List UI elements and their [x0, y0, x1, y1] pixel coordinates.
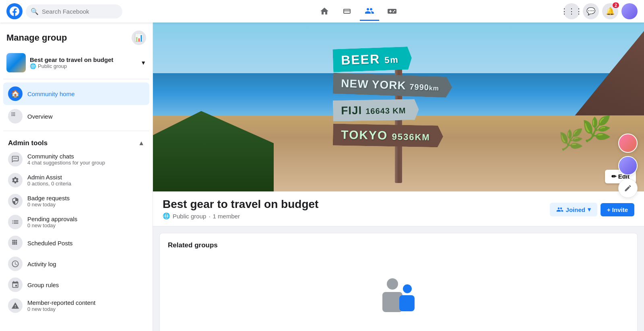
activity-log-label: Activity log: [27, 261, 56, 267]
group-rules-icon: [8, 278, 23, 292]
admin-tools-toggle[interactable]: ▲: [138, 140, 144, 147]
badge-requests-icon: [8, 194, 23, 208]
group-rules-info: Group rules: [27, 282, 59, 288]
globe-icon-2: 🌐: [163, 212, 170, 220]
group-selector-info: Best gear to travel on budget 🌐 Public g…: [30, 56, 136, 69]
main-content: 🌿 🌿 BEER 5m NEW YORK 7990km FIJI 16643 K…: [153, 23, 644, 331]
svg-point-2: [403, 284, 412, 293]
people-illustration: [374, 272, 423, 320]
top-navigation: 🔍 ⋮⋮⋮ 💬 🔔 2: [0, 0, 644, 23]
globe-icon: 🌐: [30, 63, 36, 69]
nav-center: [159, 2, 557, 21]
divider-1: [3, 79, 149, 79]
sidebar-header: Manage group 📊: [3, 29, 149, 50]
community-chats-sub: 4 chat suggestions for your group: [27, 160, 105, 166]
member-count: 1 member: [213, 213, 240, 220]
badge-requests-sub: 0 new today: [27, 201, 70, 208]
community-chats-icon: [8, 152, 23, 167]
search-icon: 🔍: [31, 8, 39, 15]
invite-button[interactable]: + Invite: [601, 203, 634, 216]
group-meta: 🌐 Public group · 1 member: [163, 212, 318, 220]
facebook-logo[interactable]: [6, 3, 23, 19]
sidebar-options-button[interactable]: 📊: [132, 31, 146, 45]
admin-assist-sub: 0 actions, 0 criteria: [27, 181, 71, 187]
group-thumbnail: [6, 53, 26, 72]
pending-approvals-icon: [8, 215, 23, 229]
groups-nav-button[interactable]: [360, 2, 379, 21]
admin-tools-title: Admin tools: [8, 139, 47, 147]
badge-requests-info: Badge requests 0 new today: [27, 195, 70, 208]
joined-dropdown-icon: ▾: [588, 206, 591, 213]
search-box[interactable]: 🔍: [26, 4, 122, 19]
nav-right: ⋮⋮⋮ 💬 🔔 2: [557, 3, 638, 19]
dot-separator: ·: [208, 213, 210, 220]
sidebar-item-overview[interactable]: Overview: [3, 105, 149, 127]
activity-log-icon: [8, 257, 23, 271]
user-avatar[interactable]: [621, 3, 638, 19]
member-reported-icon: [8, 298, 23, 313]
right-floating-avatars: [618, 134, 638, 198]
pending-approvals-sub: 0 new today: [27, 222, 77, 228]
admin-assist-icon: [8, 173, 23, 187]
main-layout: Manage group 📊 Best gear to travel on bu…: [0, 23, 644, 331]
group-title-area: Best gear to travel on budget 🌐 Public g…: [163, 198, 318, 220]
scheduled-posts-info: Scheduled Posts: [27, 240, 73, 247]
related-groups-title: Related groups: [168, 241, 629, 249]
overview-label: Overview: [27, 113, 53, 120]
sidebar-title: Manage group: [6, 33, 67, 43]
sidebar-item-member-reported[interactable]: Member-reported content 0 new today: [3, 295, 149, 316]
group-info-top: Best gear to travel on budget 🌐 Public g…: [163, 198, 634, 220]
group-actions: Joined ▾ + Invite: [550, 203, 634, 216]
dropdown-arrow-icon: ▼: [140, 60, 146, 66]
sidebar-item-activity-log[interactable]: Activity log: [3, 253, 149, 274]
sidebar-item-community-home[interactable]: 🏠 Community home: [3, 82, 149, 105]
gaming-nav-button[interactable]: [382, 2, 402, 21]
admin-tools-header: Admin tools ▲: [3, 134, 149, 149]
community-home-icon: 🏠: [8, 86, 23, 101]
compose-button[interactable]: [618, 179, 638, 198]
member-reported-info: Member-reported content 0 new today: [27, 299, 95, 312]
home-nav-button[interactable]: [315, 2, 334, 21]
sidebar-item-group-rules[interactable]: Group rules: [3, 274, 149, 295]
related-groups-placeholder: [168, 256, 629, 331]
pending-approvals-info: Pending approvals 0 new today: [27, 216, 77, 228]
nav-left: 🔍: [6, 3, 159, 19]
search-input[interactable]: [42, 8, 118, 15]
cover-photo: 🌿 🌿 BEER 5m NEW YORK 7990km FIJI 16643 K…: [153, 23, 644, 191]
apps-button[interactable]: ⋮⋮⋮: [564, 3, 580, 19]
sidebar-item-badge-requests[interactable]: Badge requests 0 new today: [3, 191, 149, 212]
badge-requests-label: Badge requests: [27, 195, 70, 201]
related-groups-section: Related groups: [159, 233, 638, 331]
community-home-label: Community home: [27, 90, 75, 97]
messenger-button[interactable]: 💬: [583, 3, 599, 19]
group-selector-type: 🌐 Public group: [30, 63, 136, 69]
overview-icon: [8, 109, 23, 123]
floating-avatar-1[interactable]: [618, 134, 638, 153]
sidebar-item-scheduled-posts[interactable]: Scheduled Posts: [3, 232, 149, 253]
sidebar-item-admin-assist[interactable]: Admin Assist 0 actions, 0 criteria: [3, 170, 149, 191]
group-selector-name: Best gear to travel on budget: [30, 56, 136, 63]
scheduled-posts-label: Scheduled Posts: [27, 240, 73, 247]
joined-label: Joined: [566, 206, 585, 213]
pending-approvals-label: Pending approvals: [27, 216, 77, 222]
scheduled-posts-icon: [8, 236, 23, 250]
marketplace-nav-button[interactable]: [337, 2, 357, 21]
divider-2: [3, 131, 149, 131]
notifications-button[interactable]: 🔔 2: [602, 3, 618, 19]
invite-label: + Invite: [607, 206, 628, 213]
community-chats-info: Community chats 4 chat suggestions for y…: [27, 153, 105, 166]
sidebar-item-pending-approvals[interactable]: Pending approvals 0 new today: [3, 212, 149, 232]
sidebar: Manage group 📊 Best gear to travel on bu…: [0, 23, 153, 331]
group-info-bar: Best gear to travel on budget 🌐 Public g…: [153, 191, 644, 226]
joined-button[interactable]: Joined ▾: [550, 203, 597, 216]
svg-point-0: [387, 278, 398, 290]
svg-rect-3: [399, 295, 415, 311]
sidebar-item-community-chats[interactable]: Community chats 4 chat suggestions for y…: [3, 149, 149, 170]
community-chats-label: Community chats: [27, 153, 105, 160]
activity-log-info: Activity log: [27, 261, 56, 267]
group-selector[interactable]: Best gear to travel on budget 🌐 Public g…: [3, 50, 149, 76]
floating-avatar-2[interactable]: [618, 156, 638, 175]
member-reported-label: Member-reported content: [27, 299, 95, 306]
admin-assist-label: Admin Assist: [27, 174, 71, 181]
notification-badge: 2: [613, 2, 619, 8]
